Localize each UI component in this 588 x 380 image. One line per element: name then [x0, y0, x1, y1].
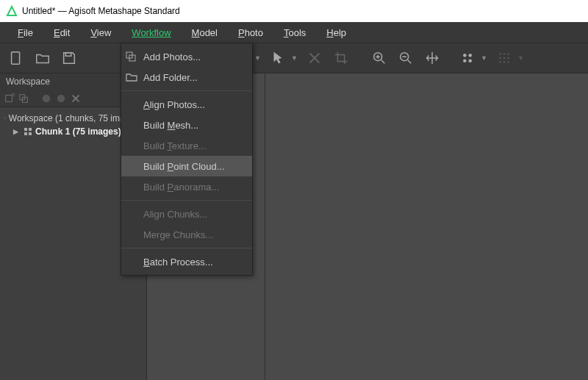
menu-align-photos[interactable]: Align Photos...: [121, 94, 252, 115]
menu-separator: [121, 200, 252, 201]
toolbar: ▼ ▼ ▼ ▼ ▼: [0, 43, 588, 74]
menu-photo[interactable]: Photo: [228, 24, 273, 41]
menu-edit[interactable]: Edit: [43, 24, 80, 41]
svg-rect-26: [24, 128, 27, 131]
tree-chunk-label: Chunk 1 (75 images): [35, 126, 121, 137]
menu-build-panorama: Build Panorama...: [121, 176, 252, 197]
menu-help[interactable]: Help: [316, 24, 356, 41]
menu-add-folder[interactable]: Add Folder...: [121, 67, 252, 87]
svg-rect-28: [24, 132, 27, 135]
menu-add-photos[interactable]: Add Photos...: [121, 46, 252, 67]
chevron-down-icon[interactable]: ▼: [291, 54, 298, 62]
menu-build-point-cloud[interactable]: Build Point Cloud...: [121, 156, 252, 176]
menu-build-mesh[interactable]: Build Mesh...: [121, 115, 252, 135]
menu-add-folder-label: Add Folder...: [143, 72, 198, 83]
menu-bar: File Edit View Workflow Model Photo Tool…: [0, 22, 588, 43]
window-title: Untitled* — Agisoft Metashape Standard: [22, 6, 180, 16]
svg-rect-24: [5, 118, 6, 118]
svg-point-14: [507, 57, 509, 60]
add-chunk-icon[interactable]: [4, 93, 15, 104]
new-doc-button[interactable]: [4, 46, 28, 70]
svg-point-15: [499, 61, 501, 63]
svg-rect-23: [4, 118, 5, 118]
open-button[interactable]: [31, 46, 54, 70]
chevron-down-icon[interactable]: ▼: [517, 54, 525, 62]
expand-arrow-icon[interactable]: ▶: [13, 128, 21, 135]
svg-point-11: [507, 53, 509, 55]
svg-point-17: [507, 61, 509, 63]
app-logo-icon: [6, 5, 18, 17]
crop-button[interactable]: [329, 46, 353, 70]
svg-point-9: [499, 53, 501, 55]
menu-workflow[interactable]: Workflow: [121, 24, 181, 41]
zoom-in-button[interactable]: [368, 46, 391, 70]
svg-point-12: [499, 57, 501, 60]
workspace-icon: [4, 114, 6, 123]
menu-align-chunks: Align Chunks...: [121, 204, 252, 224]
svg-point-21: [43, 94, 51, 102]
svg-point-13: [503, 57, 506, 60]
grid-view-button[interactable]: [492, 46, 516, 70]
menu-separator: [121, 90, 252, 91]
svg-point-7: [463, 59, 467, 62]
menu-merge-chunks: Merge Chunks...: [121, 224, 252, 245]
menu-add-photos-label: Add Photos...: [143, 51, 201, 62]
svg-rect-27: [29, 128, 32, 131]
ok-icon[interactable]: [41, 93, 51, 104]
svg-point-8: [468, 59, 472, 62]
view-mode-button[interactable]: [456, 46, 479, 70]
folder-icon: [126, 71, 137, 83]
chevron-down-icon[interactable]: ▼: [481, 54, 488, 62]
svg-rect-0: [12, 52, 20, 65]
close-icon[interactable]: [71, 93, 81, 104]
menu-tools[interactable]: Tools: [273, 24, 316, 41]
svg-rect-1: [65, 53, 71, 57]
svg-point-22: [57, 94, 65, 102]
svg-point-6: [468, 54, 472, 57]
zoom-out-button[interactable]: [394, 46, 417, 70]
menu-build-texture: Build Texture...: [121, 135, 252, 156]
viewport-center-line: [265, 74, 265, 380]
menu-view[interactable]: View: [80, 24, 121, 41]
workflow-dropdown: Add Photos... Add Folder... Align Photos…: [121, 43, 253, 276]
add-photos-icon: [126, 51, 137, 62]
chunk-icon: [24, 127, 32, 136]
select-button[interactable]: [266, 46, 290, 70]
menu-batch-process[interactable]: Batch Process...: [121, 251, 252, 272]
svg-rect-18: [6, 95, 12, 101]
menu-model[interactable]: Model: [182, 24, 228, 41]
svg-point-10: [503, 53, 506, 55]
menu-file[interactable]: File: [7, 24, 43, 41]
svg-point-16: [503, 61, 506, 63]
menu-separator: [121, 248, 252, 248]
fit-view-button[interactable]: [420, 46, 444, 70]
save-button[interactable]: [57, 46, 81, 70]
title-bar: Untitled* — Agisoft Metashape Standard: [0, 0, 588, 22]
svg-rect-29: [29, 132, 32, 135]
chevron-down-icon[interactable]: ▼: [254, 54, 262, 62]
delete-button[interactable]: [303, 46, 326, 70]
remove-icon[interactable]: [56, 93, 66, 104]
svg-point-5: [463, 54, 467, 57]
add-photos-icon[interactable]: [19, 93, 29, 104]
